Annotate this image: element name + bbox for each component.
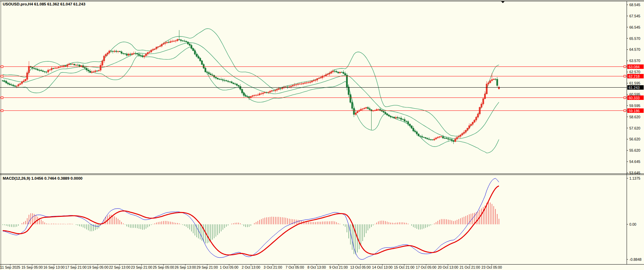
candle-body	[495, 79, 496, 79]
candle-body	[126, 54, 128, 55]
price-tick-label: 66.545	[629, 25, 640, 29]
candle-body	[327, 74, 328, 75]
candle-body	[393, 117, 395, 118]
candle-body	[444, 138, 446, 138]
candle-body	[310, 82, 311, 82]
candle-body	[13, 85, 14, 86]
candle-body	[378, 109, 379, 110]
candle-body	[247, 96, 248, 97]
candle-body	[304, 83, 306, 83]
line-drag-handle[interactable]	[624, 75, 626, 77]
candle-body	[364, 108, 365, 109]
price-tick-label: 59.595	[629, 104, 640, 108]
candle-body	[110, 51, 112, 51]
candle-body	[448, 138, 449, 139]
candle-body	[86, 68, 87, 70]
time-tick-label: 16 Sep 13:00	[43, 265, 65, 269]
line-drag-handle[interactable]	[624, 66, 626, 68]
candle-body	[187, 42, 189, 44]
candle-body	[254, 95, 255, 95]
price-tag: 59.186	[627, 108, 644, 113]
candle-body	[46, 72, 47, 72]
candle-body	[376, 109, 377, 110]
candle-body	[65, 66, 66, 66]
candle-body	[257, 95, 258, 95]
candle-body	[191, 45, 192, 48]
candle-body	[229, 81, 230, 82]
time-axis[interactable]: 11 Sep 202515 Sep 05:0016 Sep 13:0017 Se…	[0, 264, 502, 269]
svg-text:61.243: 61.243	[629, 86, 640, 90]
candle-body	[221, 79, 222, 80]
line-drag-handle[interactable]	[1, 97, 3, 99]
candle-body	[496, 79, 498, 86]
candle-body	[294, 85, 295, 85]
candle-body	[276, 89, 278, 90]
candle-body	[145, 54, 147, 56]
candle-body	[241, 89, 243, 93]
candle-body	[261, 94, 262, 94]
candle-body	[465, 130, 466, 132]
candle-body	[443, 137, 444, 138]
candle-body	[63, 66, 64, 66]
candle-body	[401, 118, 402, 119]
candle-body	[353, 108, 355, 115]
candle-body	[437, 137, 438, 138]
candle-body	[98, 70, 100, 71]
candle-body	[383, 111, 384, 112]
candle-body	[345, 74, 346, 75]
candle-body	[434, 139, 435, 140]
candle-body	[112, 51, 114, 51]
pane-separator-top[interactable]	[0, 174, 644, 174]
candle-body	[453, 140, 454, 141]
pane-separator-bottom[interactable]	[0, 175, 644, 175]
price-tick-label: 64.570	[629, 47, 640, 51]
candle-body	[313, 80, 314, 81]
candle-body	[420, 136, 421, 136]
candle-body	[252, 95, 253, 96]
candle-body	[289, 87, 290, 87]
candle-body	[144, 56, 145, 57]
line-drag-handle[interactable]	[1, 75, 3, 77]
candle-body	[418, 134, 419, 136]
candle-body	[467, 128, 468, 130]
candle-body	[236, 84, 238, 85]
candle-body	[89, 71, 91, 72]
candle-body	[116, 51, 117, 52]
candle-body	[205, 68, 206, 72]
candle-body	[462, 133, 463, 135]
chart-left-border	[0, 1, 0, 269]
candle-body	[259, 94, 260, 95]
candle-body	[296, 85, 297, 85]
candle-body	[233, 83, 234, 84]
chart-canvas[interactable]: 63.08462.21861.24360.33359.186 68.54567.…	[0, 0, 644, 270]
candle-body	[32, 67, 33, 68]
candle-body	[404, 119, 405, 121]
candle-body	[56, 68, 58, 68]
candle-body	[199, 58, 201, 61]
candle-body	[49, 70, 50, 70]
candle-body	[454, 139, 456, 141]
line-drag-handle[interactable]	[624, 110, 626, 112]
candle-body	[37, 69, 39, 70]
price-tick-label: 65.570	[629, 36, 640, 41]
candle-body	[175, 41, 176, 41]
time-tick-label: 26 Sep 13:00	[175, 265, 196, 269]
line-drag-handle[interactable]	[624, 97, 626, 99]
line-drag-handle[interactable]	[1, 110, 3, 112]
candle-body	[415, 131, 416, 132]
candle-body	[184, 41, 185, 41]
time-tick-label: 17 Sep 21:00	[65, 265, 87, 269]
candle-body	[341, 72, 342, 73]
candle-body	[74, 64, 75, 65]
candle-body	[432, 140, 433, 140]
time-tick-label: 22 Sep 13:00	[109, 265, 131, 269]
candle-body	[315, 80, 316, 80]
candle-body	[128, 54, 129, 56]
candle-body	[334, 71, 335, 71]
line-drag-handle[interactable]	[1, 66, 3, 68]
price-tag: 62.218	[627, 74, 644, 78]
candle-body	[491, 79, 493, 80]
candle-body	[385, 112, 386, 114]
candle-body	[95, 71, 96, 72]
candle-body	[355, 113, 356, 115]
